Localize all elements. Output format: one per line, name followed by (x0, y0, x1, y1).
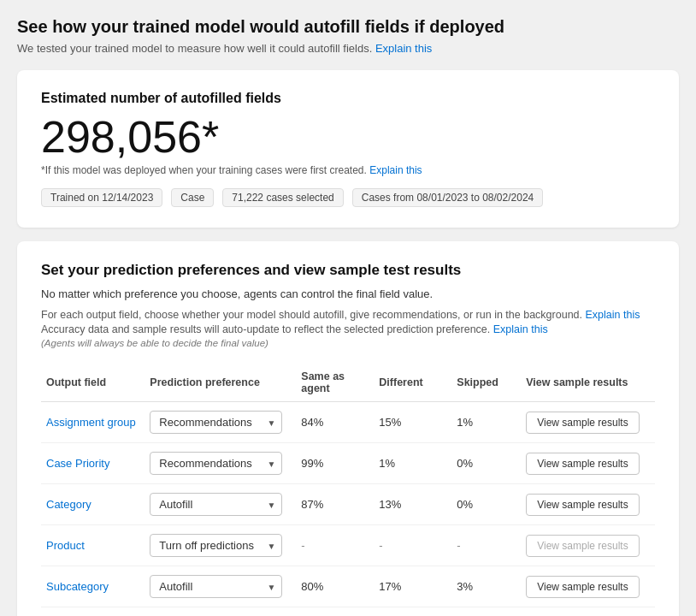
same-as-agent-stat: - (296, 525, 374, 566)
tag: 71,222 cases selected (222, 188, 343, 207)
preferences-table: Output fieldPrediction preferenceSame as… (41, 364, 655, 607)
different-stat: - (374, 525, 451, 566)
page-title: See how your trained model would autofil… (17, 17, 679, 37)
skipped-stat: 0% (451, 443, 521, 484)
desc1: For each output field, choose whether yo… (41, 309, 655, 321)
prediction-preferences-card: Set your prediction preferences and view… (17, 241, 679, 616)
same-as-agent-stat: 99% (296, 443, 374, 484)
page-subtitle: We tested your trained model to measure … (17, 42, 679, 55)
table-row: Case PriorityAutofillRecommendationsTurn… (41, 443, 655, 484)
same-as-agent-stat: 80% (296, 566, 374, 607)
select-wrapper: AutofillRecommendationsTurn off predicti… (150, 493, 282, 516)
prediction-preference-select[interactable]: AutofillRecommendationsTurn off predicti… (150, 493, 282, 516)
card1-title: Estimated number of autofilled fields (41, 91, 655, 106)
table-col-header: Skipped (451, 364, 521, 402)
table-row: CategoryAutofillRecommendationsTurn off … (41, 484, 655, 525)
table-col-header: Same as agent (296, 364, 374, 402)
tag: Cases from 08/01/2023 to 08/02/2024 (352, 188, 543, 207)
different-stat: 1% (374, 443, 451, 484)
table-row: Assignment groupAutofillRecommendationsT… (41, 402, 655, 443)
same-as-agent-stat: 84% (296, 402, 374, 443)
prediction-preference-select[interactable]: AutofillRecommendationsTurn off predicti… (150, 575, 282, 598)
output-field-link[interactable]: Assignment group (46, 416, 136, 429)
different-stat: 15% (374, 402, 451, 443)
card2-title: Set your prediction preferences and view… (41, 262, 655, 279)
select-wrapper: AutofillRecommendationsTurn off predicti… (150, 411, 282, 434)
prediction-preference-select[interactable]: AutofillRecommendationsTurn off predicti… (150, 534, 282, 557)
subtitle-explain-link[interactable]: Explain this (375, 42, 432, 55)
select-wrapper: AutofillRecommendationsTurn off predicti… (150, 575, 282, 598)
card1-explain-link[interactable]: Explain this (369, 164, 422, 176)
desc2-explain-link[interactable]: Explain this (493, 323, 548, 335)
view-sample-results-button[interactable]: View sample results (526, 576, 640, 598)
table-col-header: Prediction preference (145, 364, 296, 402)
output-field-link[interactable]: Category (46, 498, 91, 511)
table-row: SubcategoryAutofillRecommendationsTurn o… (41, 566, 655, 607)
different-stat: 17% (374, 566, 451, 607)
skipped-stat: 3% (451, 566, 521, 607)
output-field-link[interactable]: Product (46, 539, 85, 552)
output-field-link[interactable]: Subcategory (46, 580, 109, 593)
table-body: Assignment groupAutofillRecommendationsT… (41, 402, 655, 607)
same-as-agent-stat: 87% (296, 484, 374, 525)
select-wrapper: AutofillRecommendationsTurn off predicti… (150, 534, 282, 557)
skipped-stat: - (451, 525, 521, 566)
skipped-stat: 1% (451, 402, 521, 443)
notice-text: No matter which preference you choose, a… (41, 287, 655, 300)
table-col-header: Different (374, 364, 451, 402)
different-stat: 13% (374, 484, 451, 525)
desc2: Accuracy data and sample results will au… (41, 323, 655, 335)
tag: Case (171, 188, 214, 207)
big-number: 298,056* (41, 115, 655, 159)
table-header: Output fieldPrediction preferenceSame as… (41, 364, 655, 402)
table-col-header: Output field (41, 364, 145, 402)
tag: Trained on 12/14/2023 (41, 188, 162, 207)
table-row: ProductAutofillRecommendationsTurn off p… (41, 525, 655, 566)
output-field-link[interactable]: Case Priority (46, 457, 109, 470)
page-wrapper: See how your trained model would autofil… (17, 17, 679, 616)
view-sample-results-button[interactable]: View sample results (526, 494, 640, 516)
card1-footnote: *If this model was deployed when your tr… (41, 164, 655, 176)
select-wrapper: AutofillRecommendationsTurn off predicti… (150, 452, 282, 475)
prediction-preference-select[interactable]: AutofillRecommendationsTurn off predicti… (150, 411, 282, 434)
view-sample-results-button[interactable]: View sample results (526, 412, 640, 434)
tags-row: Trained on 12/14/2023Case71,222 cases se… (41, 188, 655, 207)
skipped-stat: 0% (451, 484, 521, 525)
prediction-preference-select[interactable]: AutofillRecommendationsTurn off predicti… (150, 452, 282, 475)
agent-note: (Agents will always be able to decide th… (41, 338, 655, 348)
estimated-fields-card: Estimated number of autofilled fields 29… (17, 70, 679, 228)
view-sample-results-button[interactable]: View sample results (526, 453, 640, 475)
view-sample-results-button: View sample results (526, 535, 640, 557)
desc1-explain-link[interactable]: Explain this (586, 309, 640, 321)
table-col-header: View sample results (521, 364, 655, 402)
